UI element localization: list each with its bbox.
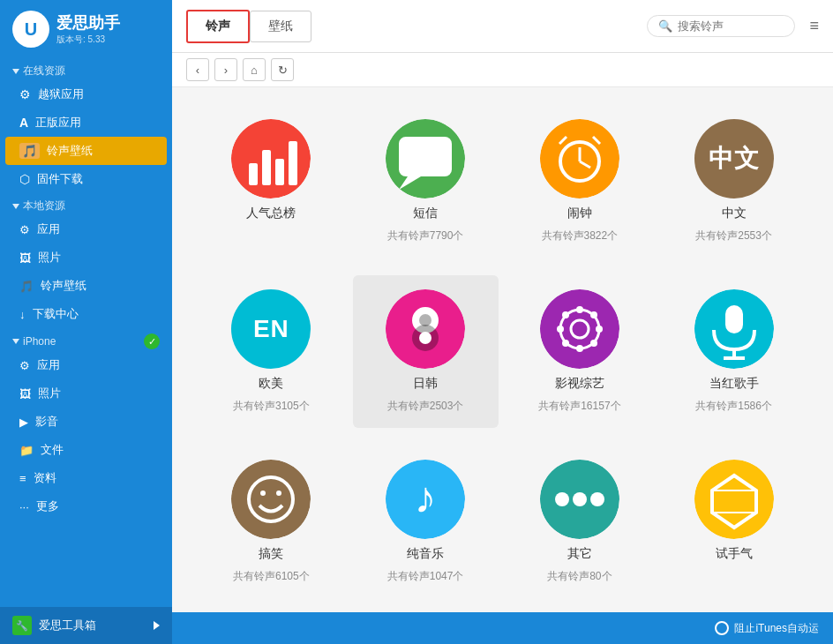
sidebar-item-local-photos[interactable]: 🖼 照片 [0, 243, 172, 272]
apps-icon: ⚙ [19, 223, 30, 236]
iphone-section-label: iPhone ✓ [0, 328, 172, 351]
logo-text: 爱思助手 版本号: 5.33 [56, 12, 120, 46]
svg-point-28 [590, 311, 597, 318]
category-item-film[interactable]: 影视综艺 共有铃声16157个 [507, 275, 653, 428]
back-button[interactable]: ‹ [186, 58, 209, 81]
category-count: 共有铃声2503个 [387, 399, 464, 414]
firmware-icon: ⬡ [19, 172, 30, 186]
category-icon [386, 119, 465, 198]
toolbox-button[interactable]: 🔧 爱思工具箱 [0, 607, 172, 644]
category-count: 共有铃声3105个 [233, 399, 310, 414]
category-name: 搞笑 [259, 546, 283, 562]
category-item-popular[interactable]: 人气总榜 [199, 105, 344, 258]
main-area: 铃声 壁纸 🔍 ≡ ‹ › ⌂ ↻ 人气总榜 [172, 0, 833, 644]
svg-rect-1 [249, 163, 258, 185]
sidebar-item-iphone-media[interactable]: ▶ 影音 [0, 408, 172, 436]
arrow-right-icon [154, 621, 160, 630]
refresh-button[interactable]: ↻ [271, 58, 294, 81]
forward-button[interactable]: › [214, 58, 237, 81]
category-item-sms[interactable]: 短信 共有铃声7790个 [353, 105, 499, 258]
sidebar-item-label: 正版应用 [35, 115, 81, 131]
sidebar-item-appstore[interactable]: A 正版应用 [0, 109, 172, 137]
category-name: 试手气 [716, 546, 753, 562]
svg-point-36 [260, 490, 266, 496]
sidebar-item-iphone-contacts[interactable]: ≡ 资料 [0, 464, 172, 492]
category-grid: 人气总榜 短信 共有铃声7790个 闹钟 共有铃声3822个 中文 中文 共有铃… [199, 105, 807, 598]
download-icon: ↓ [19, 308, 26, 321]
svg-point-43 [590, 492, 604, 506]
content-area: 人气总榜 短信 共有铃声7790个 闹钟 共有铃声3822个 中文 中文 共有铃… [172, 87, 833, 612]
category-item-en[interactable]: EN 欧美 共有铃声3105个 [199, 275, 344, 428]
logo-area: U 爱思助手 版本号: 5.33 [0, 0, 172, 58]
tab-ringtone[interactable]: 铃声 [186, 10, 250, 43]
category-item-pure[interactable]: ♪ 纯音乐 共有铃声1047个 [353, 446, 499, 598]
sidebar-item-iphone-more[interactable]: ··· 更多 [0, 492, 172, 520]
sidebar-item-iphone-files[interactable]: 📁 文件 [0, 436, 172, 464]
category-icon [231, 460, 311, 539]
sidebar-item-local-ringtone[interactable]: 🎵 铃声壁纸 [0, 272, 172, 300]
category-item-other[interactable]: 其它 共有铃声80个 [507, 446, 653, 598]
sidebar-item-label: 铃声壁纸 [41, 278, 86, 294]
category-icon [694, 460, 774, 539]
sidebar-item-firmware[interactable]: ⬡ 固件下载 [0, 165, 172, 193]
svg-rect-2 [262, 150, 271, 185]
category-item-try[interactable]: 试手气 [661, 446, 807, 598]
category-item-singer[interactable]: 当红歌手 共有铃声1586个 [661, 275, 807, 428]
category-name: 当红歌手 [709, 376, 759, 392]
category-item-chinese[interactable]: 中文 中文 共有铃声2553个 [661, 105, 807, 258]
sidebar-item-ringtone-wallpaper[interactable]: 🎵 铃声壁纸 [5, 137, 167, 165]
sidebar-item-local-apps[interactable]: ⚙ 应用 [0, 215, 172, 243]
iphone-contacts-icon: ≡ [19, 472, 26, 485]
category-icon [540, 289, 619, 369]
sidebar-item-label: 铃声壁纸 [47, 143, 93, 159]
category-name: 日韩 [413, 376, 438, 392]
sidebar-item-label: 应用 [37, 221, 60, 237]
svg-rect-31 [725, 305, 743, 333]
svg-point-26 [562, 311, 569, 318]
menu-icon[interactable]: ≡ [809, 17, 819, 35]
app-version: 版本号: 5.33 [56, 34, 120, 46]
toolbox-label: 爱思工具箱 [39, 618, 146, 633]
category-count: 共有铃声7790个 [387, 228, 464, 243]
category-count: 共有铃声6105个 [233, 569, 310, 584]
sidebar-item-label: 照片 [38, 250, 61, 266]
category-name: 欧美 [259, 376, 283, 392]
sidebar-item-jailbreak[interactable]: ⚙ 越狱应用 [0, 80, 172, 109]
sidebar-item-download[interactable]: ↓ 下载中心 [0, 300, 172, 328]
sidebar-item-iphone-photos[interactable]: 🖼 照片 [0, 379, 172, 408]
toolbox-icon: 🔧 [12, 616, 32, 635]
svg-text:♪: ♪ [415, 473, 437, 522]
tab-wallpaper[interactable]: 壁纸 [250, 11, 311, 42]
category-item-funny[interactable]: 搞笑 共有铃声6105个 [199, 446, 344, 598]
iphone-apps-icon: ⚙ [19, 359, 30, 372]
category-count: 共有铃声3822个 [542, 228, 619, 243]
svg-point-25 [596, 326, 603, 333]
sidebar-item-iphone-apps[interactable]: ⚙ 应用 [0, 351, 172, 379]
home-button[interactable]: ⌂ [243, 58, 266, 81]
category-item-korean[interactable]: 日韩 共有铃声2503个 [353, 275, 499, 428]
svg-rect-6 [399, 137, 452, 176]
search-box: 🔍 [647, 15, 795, 37]
svg-point-24 [557, 326, 564, 333]
svg-point-22 [576, 306, 583, 313]
jailbreak-icon: ⚙ [19, 87, 31, 101]
svg-point-17 [419, 314, 432, 326]
triangle-icon [12, 69, 19, 74]
svg-point-41 [555, 492, 569, 506]
app-title: 爱思助手 [56, 12, 120, 34]
svg-point-18 [419, 332, 432, 344]
svg-point-34 [231, 460, 311, 539]
search-input[interactable] [678, 19, 784, 33]
svg-rect-3 [275, 159, 284, 185]
header: 铃声 壁纸 🔍 ≡ [172, 0, 833, 53]
category-icon [540, 119, 619, 198]
svg-point-42 [573, 492, 587, 506]
category-icon: ♪ [386, 460, 465, 539]
category-name: 影视综艺 [555, 376, 604, 392]
local-ringtone-icon: 🎵 [19, 280, 34, 293]
sidebar-item-label: 照片 [38, 386, 61, 401]
category-name: 纯音乐 [407, 546, 444, 562]
photos-icon: 🖼 [19, 251, 31, 265]
category-name: 闹钟 [567, 206, 592, 221]
category-item-alarm[interactable]: 闹钟 共有铃声3822个 [507, 105, 653, 258]
